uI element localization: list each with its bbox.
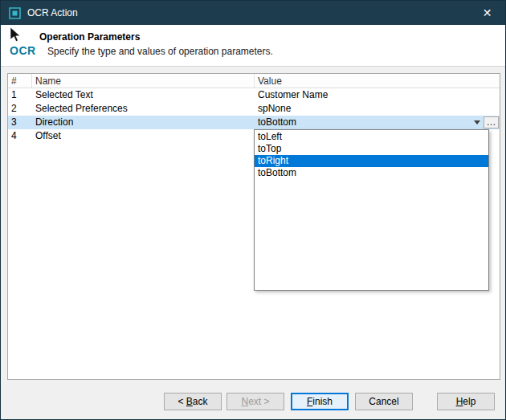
titlebar[interactable]: OCR Action ✕: [1, 1, 505, 25]
param-name[interactable]: Selected Text: [32, 88, 255, 102]
page-subtitle: Specify the type and values of operation…: [1, 43, 505, 57]
row-number: 3: [8, 116, 32, 129]
finish-button[interactable]: Finish: [291, 393, 349, 410]
close-icon[interactable]: ✕: [469, 1, 505, 25]
combo-value: toBottom: [258, 116, 296, 128]
dropdown-option[interactable]: toTop: [255, 143, 488, 155]
dialog-content: # Name Value 1 Selected Text Customer Na…: [1, 67, 505, 419]
dropdown-option[interactable]: toRight: [255, 155, 488, 167]
ocr-logo: OCR: [10, 27, 40, 57]
dropdown-option[interactable]: toLeft: [255, 131, 488, 143]
chevron-down-icon[interactable]: [474, 120, 480, 124]
back-button[interactable]: < Back: [164, 393, 222, 410]
row-number: 2: [8, 102, 32, 116]
table-header-row: # Name Value: [8, 74, 500, 88]
param-value-combo[interactable]: toBottom …: [255, 116, 500, 129]
column-header-value: Value: [255, 74, 500, 88]
table-row[interactable]: 1 Selected Text Customer Name: [8, 88, 500, 102]
table-row[interactable]: 3 Direction toBottom …: [8, 116, 500, 129]
row-number: 1: [8, 88, 32, 102]
next-button[interactable]: Next >: [226, 393, 284, 410]
wizard-header: OCR Operation Parameters Specify the typ…: [1, 25, 505, 67]
cursor-arrow-icon: [10, 27, 23, 43]
button-bar: < Back Next > Finish Cancel Help: [1, 380, 505, 419]
row-number: 4: [8, 129, 32, 143]
table-row[interactable]: 2 Selected Preferences spNone: [8, 102, 500, 116]
page-title: Operation Parameters: [1, 25, 505, 43]
dropdown-option[interactable]: toBottom: [255, 167, 488, 179]
param-name[interactable]: Selected Preferences: [32, 102, 255, 116]
ocr-logo-text: OCR: [10, 44, 40, 57]
param-name[interactable]: Direction: [32, 116, 255, 129]
column-header-name: Name: [32, 74, 255, 88]
help-button[interactable]: Help: [437, 393, 495, 410]
window-title: OCR Action: [27, 7, 78, 18]
direction-dropdown-list: toLeft toTop toRight toBottom: [254, 129, 489, 291]
cancel-button[interactable]: Cancel: [355, 393, 413, 410]
dialog-ocr-action: OCR Action ✕ OCR Operation Parameters Sp…: [0, 0, 506, 420]
column-header-number: #: [8, 74, 32, 88]
ellipsis-button[interactable]: …: [484, 116, 499, 128]
app-icon: [8, 6, 21, 19]
param-name[interactable]: Offset: [32, 129, 255, 143]
param-value[interactable]: Customer Name: [255, 88, 500, 102]
param-value[interactable]: spNone: [255, 102, 500, 116]
